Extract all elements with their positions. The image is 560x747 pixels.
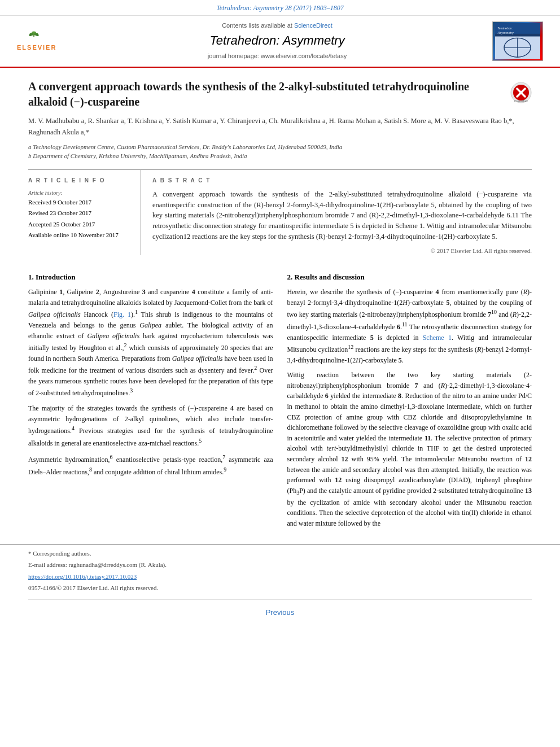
elsevier-logo: ELSEVIER [17, 30, 62, 53]
article-info-label: A R T I C L E I N F O [28, 177, 132, 185]
svg-point-5 [36, 34, 39, 36]
footnote-area: * Corresponding authors. E-mail address:… [0, 544, 560, 599]
results-paragraph-2: Wittig reaction between the two key star… [287, 370, 532, 528]
accepted-date: Accepted 25 October 2017 [28, 220, 132, 229]
affiliation-b: b Department of Chemistry, Krishna Unive… [28, 151, 532, 161]
corresponding-authors-note: * Corresponding authors. [28, 549, 532, 558]
elsevier-tree-icon [17, 30, 51, 37]
sciencedirect-anchor[interactable]: ScienceDirect [294, 22, 333, 29]
body-two-col: 1. Introduction Galipinine 1, Galipeine … [28, 272, 532, 534]
sciencedirect-link: Contents lists available at ScienceDirec… [62, 21, 492, 30]
crossmark-icon: CrossMark [510, 82, 532, 103]
journal-header: ELSEVIER Contents lists available at Sci… [0, 16, 560, 68]
affiliation-a: a Technology Development Centre, Custom … [28, 142, 532, 152]
results-column: 2. Results and discussion Herein, we des… [287, 272, 532, 534]
journal-reference-bar: Tetrahedron: Asymmetry 28 (2017) 1803–18… [0, 0, 560, 16]
doi-link[interactable]: https://doi.org/10.1016/j.tetasy.2017.10… [28, 573, 137, 580]
svg-point-4 [29, 34, 32, 36]
svg-text:CrossMark: CrossMark [514, 99, 528, 103]
issn-footnote: 0957-4166/© 2017 Elsevier Ltd. All right… [28, 584, 532, 592]
intro-paragraph-2: The majority of the strategies towards t… [28, 403, 273, 448]
journal-cover-svg: Tetrahedron: Asymmetry [495, 22, 540, 60]
doi-footnote: https://doi.org/10.1016/j.tetasy.2017.10… [28, 573, 532, 581]
introduction-heading: 1. Introduction [28, 272, 273, 282]
journal-main-title: Tetrahedron: Asymmetry [62, 32, 492, 50]
article-content: CrossMark A convergent approach towards … [0, 68, 560, 267]
article-info-abstract-section: A R T I C L E I N F O Article history: R… [28, 169, 532, 255]
crossmark-badge: CrossMark [510, 82, 532, 106]
previous-button[interactable]: Previous [266, 608, 295, 617]
history-label: Article history: [28, 189, 132, 197]
svg-text:Tetrahedron:: Tetrahedron: [498, 27, 513, 30]
pagination-bar: Previous [28, 599, 532, 625]
authors-list: M. V. Madhubabu a, R. Shankar a, T. Kris… [28, 115, 532, 138]
journal-homepage-text: journal homepage: www.elsevier.com/locat… [62, 52, 492, 60]
affiliations: a Technology Development Centre, Custom … [28, 142, 532, 161]
results-paragraph-1: Herein, we describe the synthesis of (−)… [287, 287, 532, 365]
elsevier-brand-text: ELSEVIER [17, 43, 56, 52]
abstract-text: A convergent approach towards the synthe… [152, 189, 532, 242]
body-section: 1. Introduction Galipinine 1, Galipeine … [0, 267, 560, 545]
journal-cover-thumbnail: Tetrahedron: Asymmetry [492, 21, 543, 61]
revised-date: Revised 23 October 2017 [28, 209, 132, 217]
abstract-label: A B S T R A C T [152, 177, 532, 185]
svg-text:Asymmetry: Asymmetry [497, 31, 514, 34]
email-label: E-mail address: raghunadha@drreddys.com … [28, 561, 167, 568]
results-heading: 2. Results and discussion [287, 272, 532, 282]
journal-title-center: Contents lists available at ScienceDirec… [62, 21, 492, 61]
email-footnote: E-mail address: raghunadha@drreddys.com … [28, 561, 532, 569]
article-title: A convergent approach towards the synthe… [28, 79, 532, 110]
journal-name: Tetrahedron: Asymmetry 28 (2017) 1803–18… [216, 4, 344, 12]
copyright-notice: © 2017 Elsevier Ltd. All rights reserved… [152, 247, 532, 255]
available-online-date: Available online 10 November 2017 [28, 231, 132, 239]
article-info-column: A R T I C L E I N F O Article history: R… [28, 170, 141, 255]
intro-paragraph-1: Galipinine 1, Galipeine 2, Angustureine … [28, 287, 273, 399]
received-date: Received 9 October 2017 [28, 198, 132, 207]
abstract-column: A B S T R A C T A convergent approach to… [152, 170, 532, 255]
article-history: Article history: Received 9 October 2017… [28, 189, 132, 240]
intro-paragraph-3: Asymmetric hydroamination,6 enantioselec… [28, 453, 273, 477]
introduction-column: 1. Introduction Galipinine 1, Galipeine … [28, 272, 273, 534]
